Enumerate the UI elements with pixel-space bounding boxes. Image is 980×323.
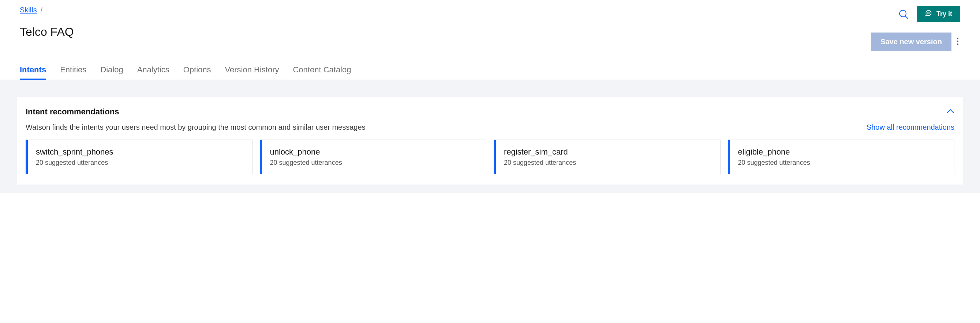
breadcrumb-skills-link[interactable]: Skills	[20, 6, 37, 14]
tab-version-history[interactable]: Version History	[225, 60, 279, 80]
breadcrumb-separator: /	[41, 6, 43, 14]
card-subtitle: 20 suggested utterances	[270, 159, 478, 166]
recommendation-card[interactable]: eligible_phone 20 suggested utterances	[728, 139, 955, 174]
recommendations-description: Watson finds the intents your users need…	[25, 123, 366, 131]
svg-point-6	[957, 41, 958, 42]
show-all-recommendations-link[interactable]: Show all recommendations	[867, 123, 955, 131]
save-row: Save new version	[871, 33, 960, 51]
card-subtitle: 20 suggested utterances	[504, 159, 712, 166]
panel-header: Intent recommendations	[17, 107, 963, 123]
page-title: Telco FAQ	[20, 25, 74, 39]
header-right: Try it Save new version	[871, 6, 960, 51]
tabs: Intents Entities Dialog Analytics Option…	[0, 51, 980, 80]
svg-point-7	[957, 43, 958, 45]
header-left: Skills / Telco FAQ	[20, 6, 74, 39]
chat-icon	[925, 10, 932, 19]
search-icon[interactable]	[898, 8, 909, 20]
card-subtitle: 20 suggested utterances	[738, 159, 947, 166]
overflow-menu-icon[interactable]	[955, 37, 960, 47]
recommendation-card[interactable]: register_sim_card 20 suggested utterance…	[494, 139, 721, 174]
recommendation-cards: switch_sprint_phones 20 suggested uttera…	[17, 139, 963, 174]
tab-intents[interactable]: Intents	[20, 60, 46, 80]
svg-point-0	[899, 10, 906, 17]
page-header: Skills / Telco FAQ	[0, 0, 980, 51]
recommendation-card[interactable]: switch_sprint_phones 20 suggested uttera…	[25, 139, 253, 174]
card-title: unlock_phone	[270, 147, 478, 157]
card-title: eligible_phone	[738, 147, 947, 157]
recommendations-title: Intent recommendations	[25, 107, 119, 117]
recommendations-panel: Intent recommendations Watson finds the …	[17, 97, 963, 185]
content-area: Intent recommendations Watson finds the …	[0, 80, 980, 193]
svg-line-1	[905, 16, 908, 19]
recommendation-card[interactable]: unlock_phone 20 suggested utterances	[260, 139, 487, 174]
panel-subrow: Watson finds the intents your users need…	[17, 123, 963, 131]
card-title: switch_sprint_phones	[36, 147, 244, 157]
svg-point-5	[957, 38, 958, 39]
tab-dialog[interactable]: Dialog	[100, 60, 123, 80]
svg-point-2	[927, 13, 928, 13]
top-actions: Try it	[898, 6, 960, 22]
card-title: register_sim_card	[504, 147, 712, 157]
svg-point-4	[929, 13, 929, 13]
save-new-version-button[interactable]: Save new version	[871, 33, 951, 51]
chevron-up-icon[interactable]	[947, 107, 955, 115]
tab-entities[interactable]: Entities	[60, 60, 86, 80]
try-it-label: Try it	[937, 10, 952, 18]
svg-point-3	[928, 13, 928, 13]
tab-options[interactable]: Options	[183, 60, 211, 80]
breadcrumb: Skills /	[20, 6, 74, 14]
try-it-button[interactable]: Try it	[917, 6, 960, 22]
card-subtitle: 20 suggested utterances	[36, 159, 244, 166]
tab-content-catalog[interactable]: Content Catalog	[293, 60, 351, 80]
tab-analytics[interactable]: Analytics	[137, 60, 169, 80]
